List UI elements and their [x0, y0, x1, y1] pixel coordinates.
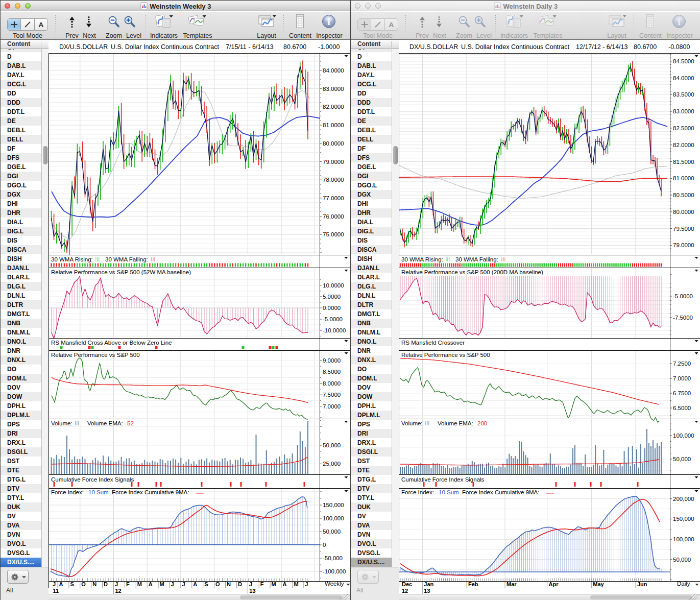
- svg-text:-5.0000: -5.0000: [323, 316, 343, 322]
- svg-text:200: 200: [477, 420, 487, 426]
- svg-text:F: F: [260, 581, 264, 587]
- svg-text:Jan: Jan: [424, 581, 433, 587]
- svg-text:May: May: [593, 581, 604, 587]
- svg-text:Force Index Cumulative 9MA:: Force Index Cumulative 9MA:: [112, 489, 189, 495]
- svg-text:-10.0000: -10.0000: [323, 327, 346, 333]
- svg-text:7/15/11 - 6/14/13: 7/15/11 - 6/14/13: [226, 43, 274, 51]
- svg-text:84.5000: 84.5000: [673, 58, 694, 64]
- svg-text:84.0000: 84.0000: [323, 67, 344, 74]
- svg-text:0: 0: [323, 542, 326, 548]
- svg-text:52: 52: [127, 420, 134, 426]
- svg-text:83.0000: 83.0000: [323, 86, 344, 92]
- svg-text:79.5000: 79.5000: [673, 226, 694, 232]
- svg-text:F: F: [126, 581, 130, 587]
- svg-text:M: M: [272, 581, 276, 587]
- svg-text:76.0000: 76.0000: [323, 213, 344, 220]
- svg-text:82.5000: 82.5000: [673, 125, 694, 131]
- svg-text:-0.0800: -0.0800: [668, 43, 690, 51]
- svg-text:81.0000: 81.0000: [673, 175, 694, 181]
- svg-text:13: 13: [424, 588, 430, 594]
- svg-text:9.0000: 9.0000: [323, 357, 341, 364]
- svg-text:81.5000: 81.5000: [673, 159, 694, 165]
- svg-text:10.0000: 10.0000: [323, 282, 344, 289]
- svg-text:M: M: [160, 581, 164, 587]
- svg-text:5.0000: 5.0000: [323, 294, 341, 300]
- svg-text:Daily: Daily: [677, 581, 690, 587]
- svg-text:Volume:: Volume:: [51, 420, 73, 426]
- svg-text:81.0000: 81.0000: [323, 122, 344, 128]
- svg-text:77.0000: 77.0000: [323, 195, 344, 201]
- svg-text:50,000: 50,000: [673, 456, 691, 462]
- svg-text:7.2500: 7.2500: [673, 361, 691, 367]
- svg-text:RS Mansfield Crossover: RS Mansfield Crossover: [401, 340, 465, 346]
- svg-text:Cumulative Force Index Signals: Cumulative Force Index Signals: [401, 476, 485, 483]
- svg-text:100,000: 100,000: [673, 536, 694, 542]
- svg-text:Apr: Apr: [549, 581, 559, 587]
- svg-text:150,000: 150,000: [673, 516, 694, 522]
- svg-text:U.S. Dollar Index Continuous C: U.S. Dollar Index Continuous Contract: [111, 43, 219, 51]
- svg-text:S: S: [70, 581, 74, 587]
- svg-text:J: J: [115, 581, 118, 587]
- svg-text:Relative Performance vs S&P 50: Relative Performance vs S&P 500: [51, 352, 140, 358]
- svg-text:80.6700: 80.6700: [283, 43, 306, 51]
- svg-text:Jun: Jun: [637, 581, 647, 587]
- svg-text:J: J: [171, 581, 174, 587]
- svg-text:Weekly: Weekly: [325, 581, 344, 587]
- svg-text:80.0000: 80.0000: [323, 140, 344, 147]
- svg-text:A: A: [149, 581, 153, 587]
- svg-text:7.5000: 7.5000: [323, 392, 341, 398]
- svg-text:50,000: 50,000: [323, 529, 341, 535]
- svg-text:O: O: [81, 581, 86, 587]
- svg-text:-5.0000: -5.0000: [673, 293, 693, 299]
- svg-text:10 Sum: 10 Sum: [439, 489, 459, 495]
- svg-text:8.5000: 8.5000: [323, 369, 341, 375]
- svg-text:A: A: [59, 581, 63, 587]
- svg-text:i: i: [327, 17, 330, 27]
- svg-text:10 Sum: 10 Sum: [88, 489, 109, 495]
- svg-text:30 WMA Rising:: 30 WMA Rising:: [51, 256, 93, 262]
- svg-text:6.7500: 6.7500: [673, 390, 691, 396]
- svg-text:Force Index Cumulative 9MA:: Force Index Cumulative 9MA:: [462, 489, 539, 495]
- svg-text:13: 13: [249, 588, 255, 594]
- svg-text:J: J: [53, 581, 56, 587]
- svg-text:-1.0000: -1.0000: [318, 43, 340, 51]
- svg-text:82.0000: 82.0000: [323, 104, 344, 110]
- svg-text:D: D: [104, 581, 108, 587]
- svg-text:Force Index:: Force Index:: [401, 489, 434, 495]
- svg-text:-50,000: -50,000: [323, 555, 343, 561]
- svg-text:50,000: 50,000: [673, 557, 691, 563]
- svg-text:75.0000: 75.0000: [323, 231, 344, 237]
- svg-text:J: J: [249, 581, 252, 587]
- svg-text:30 WMA Falling:: 30 WMA Falling:: [455, 256, 498, 262]
- svg-text:-7.5000: -7.5000: [673, 315, 693, 321]
- svg-text:7.0000: 7.0000: [673, 375, 691, 381]
- svg-text:12: 12: [115, 588, 122, 594]
- svg-text:83.0000: 83.0000: [673, 108, 694, 114]
- svg-text:M: M: [137, 581, 142, 587]
- svg-text:O: O: [215, 581, 220, 587]
- svg-text:80.5000: 80.5000: [673, 192, 694, 198]
- svg-text:Relative Performance vs S&P 50: Relative Performance vs S&P 500 (200D MA…: [401, 269, 543, 275]
- svg-text:DX/U.S.DOLLAR: DX/U.S.DOLLAR: [409, 43, 458, 51]
- svg-text:U.S. Dollar Index Continuous C: U.S. Dollar Index Continuous Contract: [461, 43, 569, 51]
- svg-text:N: N: [227, 581, 231, 587]
- svg-text:Dec: Dec: [402, 581, 412, 587]
- svg-text:J: J: [305, 581, 308, 587]
- svg-text:A: A: [283, 581, 287, 587]
- svg-text:82.0000: 82.0000: [673, 142, 694, 148]
- svg-text:Mar: Mar: [506, 581, 517, 587]
- svg-text:D: D: [238, 581, 242, 587]
- svg-text:S: S: [204, 581, 208, 587]
- svg-text:100,000: 100,000: [673, 433, 694, 439]
- svg-text:Feb: Feb: [468, 581, 478, 587]
- svg-text:12: 12: [402, 588, 408, 594]
- svg-text:11: 11: [53, 588, 59, 594]
- svg-text:30 WMA Rising:: 30 WMA Rising:: [401, 256, 443, 262]
- svg-text:Relative Performance vs S&P 50: Relative Performance vs S&P 500: [401, 352, 490, 358]
- svg-text:J: J: [182, 581, 185, 587]
- svg-text:DX/U.S.DOLLAR: DX/U.S.DOLLAR: [59, 43, 108, 51]
- svg-text:80.6700: 80.6700: [634, 43, 657, 51]
- svg-text:79.0000: 79.0000: [323, 159, 344, 165]
- svg-text:M: M: [294, 581, 298, 587]
- svg-text:N: N: [92, 581, 96, 587]
